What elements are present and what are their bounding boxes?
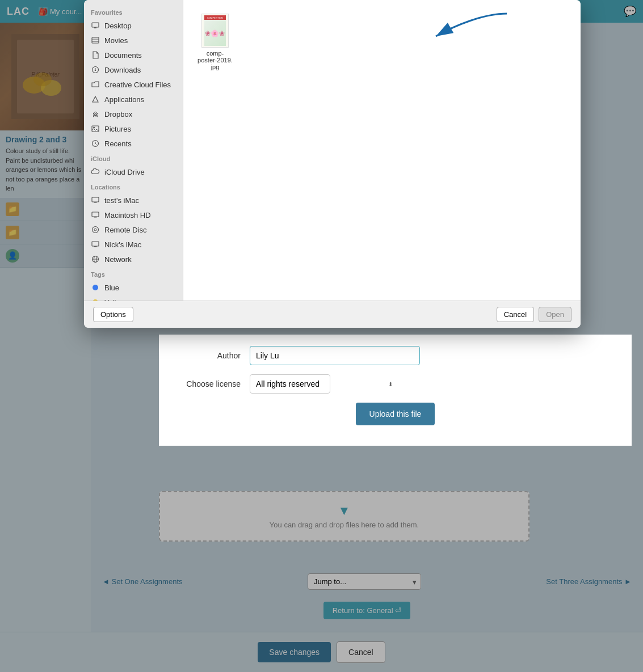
- sidebar-item-applications[interactable]: Applications: [84, 92, 183, 107]
- sidebar-label-documents: Documents: [104, 51, 142, 60]
- monitor-icon-3: [91, 240, 100, 249]
- svg-rect-15: [92, 197, 99, 202]
- file-picker-bottom-bar: Options Cancel Open: [84, 301, 581, 328]
- tags-title: Tags: [84, 267, 183, 280]
- picker-cancel-button[interactable]: Cancel: [497, 307, 534, 322]
- document-icon: [91, 50, 100, 60]
- monitor-icon-1: [91, 196, 100, 205]
- author-input[interactable]: [250, 346, 420, 365]
- sidebar-item-icloud[interactable]: iCloud Drive: [84, 164, 183, 179]
- sidebar-item-network[interactable]: Network: [84, 252, 183, 267]
- author-label: Author: [170, 351, 250, 360]
- favourites-title: Favourites: [84, 5, 183, 18]
- clock-icon: [91, 139, 100, 148]
- file-item-poster[interactable]: COMPETITION ❀🌸❀ comp-poster-2019.jpg: [192, 9, 238, 75]
- form-area: Author Choose license All rights reserve…: [159, 335, 632, 446]
- sidebar-label-macintosh-hd: Macintosh HD: [104, 211, 151, 219]
- sidebar-item-desktop[interactable]: Desktop: [84, 18, 183, 33]
- sidebar-item-pictures[interactable]: Pictures: [84, 121, 183, 136]
- svg-rect-6: [92, 23, 99, 27]
- sidebar-label-blue-tag: Blue: [104, 284, 119, 292]
- blue-tag-icon: [91, 283, 100, 292]
- sidebar-label-movies: Movies: [104, 36, 128, 45]
- file-picker-main[interactable]: COMPETITION ❀🌸❀ comp-poster-2019.jpg: [183, 0, 581, 301]
- sidebar-label-yellow-tag: Yellow: [104, 298, 125, 301]
- sidebar-item-movies[interactable]: Movies: [84, 33, 183, 48]
- file-name: comp-poster-2019.jpg: [197, 50, 233, 70]
- sidebar-label-icloud: iCloud Drive: [104, 168, 145, 176]
- download-icon: [91, 65, 100, 74]
- svg-rect-8: [92, 37, 99, 43]
- svg-point-20: [94, 229, 96, 231]
- license-label: Choose license: [170, 379, 250, 388]
- sidebar-item-documents[interactable]: Documents: [84, 48, 183, 62]
- svg-point-19: [93, 227, 99, 233]
- sidebar-label-remote-disc: Remote Disc: [104, 226, 146, 234]
- upload-button[interactable]: Upload this file: [356, 403, 435, 425]
- svg-rect-22: [94, 246, 97, 247]
- sidebar-label-pictures: Pictures: [104, 125, 131, 133]
- yellow-tag-icon: [91, 298, 100, 301]
- file-picker-body: Favourites Desktop Movies Documents: [84, 0, 581, 301]
- svg-point-13: [93, 127, 94, 128]
- poster-floral: ❀🌸❀: [204, 20, 226, 46]
- pictures-icon: [91, 124, 100, 133]
- sidebar-label-applications: Applications: [104, 95, 144, 104]
- file-picker-sidebar: Favourites Desktop Movies Documents: [84, 0, 183, 301]
- svg-rect-17: [92, 212, 99, 217]
- sidebar-label-desktop: Desktop: [104, 22, 132, 30]
- sidebar-label-creative-cloud: Creative Cloud Files: [104, 81, 171, 89]
- sidebar-label-nicks-imac: Nick's iMac: [104, 240, 141, 249]
- icloud-title: iCloud: [84, 151, 183, 164]
- file-thumbnail: COMPETITION ❀🌸❀: [201, 14, 229, 48]
- desktop-icon: [91, 21, 100, 30]
- license-select-wrapper: All rights reserved Creative Commons Pub…: [250, 374, 397, 394]
- sidebar-label-tests-imac: test's iMac: [104, 196, 139, 205]
- upload-btn-wrapper: Upload this file: [170, 403, 620, 425]
- sidebar-item-downloads[interactable]: Downloads: [84, 62, 183, 77]
- apps-icon: [91, 95, 100, 104]
- picker-action-buttons: Cancel Open: [497, 307, 571, 322]
- sidebar-item-yellow-tag[interactable]: Yellow: [84, 295, 183, 301]
- author-row: Author: [170, 346, 620, 365]
- film-icon: [91, 36, 100, 45]
- sidebar-item-dropbox[interactable]: Dropbox: [84, 107, 183, 121]
- poster-header: COMPETITION: [204, 15, 226, 20]
- dropbox-icon: [91, 109, 100, 119]
- sidebar-item-nicks-imac[interactable]: Nick's iMac: [84, 237, 183, 252]
- sidebar-item-tests-imac[interactable]: test's iMac: [84, 193, 183, 208]
- monitor-icon-2: [91, 210, 100, 219]
- picker-open-button[interactable]: Open: [539, 307, 571, 322]
- sidebar-item-macintosh-hd[interactable]: Macintosh HD: [84, 208, 183, 222]
- license-select[interactable]: All rights reserved Creative Commons Pub…: [250, 374, 330, 394]
- flower-decoration: ❀🌸❀: [205, 29, 225, 37]
- svg-rect-21: [92, 242, 99, 246]
- svg-rect-7: [94, 27, 96, 28]
- file-picker-dialog: Favourites Desktop Movies Documents: [84, 0, 581, 328]
- sidebar-item-blue-tag[interactable]: Blue: [84, 280, 183, 295]
- sidebar-item-creative-cloud[interactable]: Creative Cloud Files: [84, 77, 183, 92]
- license-row: Choose license All rights reserved Creat…: [170, 374, 620, 394]
- sidebar-label-network: Network: [104, 255, 132, 264]
- network-icon: [91, 255, 100, 264]
- svg-rect-16: [94, 202, 97, 203]
- cloud-icon: [91, 167, 100, 176]
- options-button[interactable]: Options: [93, 307, 133, 322]
- disc-icon: [91, 225, 100, 234]
- sidebar-label-dropbox: Dropbox: [104, 110, 132, 119]
- arrow-annotation: [427, 8, 512, 42]
- folder-icon: [91, 80, 100, 89]
- locations-title: Locations: [84, 179, 183, 193]
- sidebar-label-recents: Recents: [104, 140, 132, 148]
- sidebar-item-recents[interactable]: Recents: [84, 136, 183, 151]
- sidebar-item-remote-disc[interactable]: Remote Disc: [84, 222, 183, 237]
- sidebar-label-downloads: Downloads: [104, 66, 141, 74]
- svg-rect-18: [94, 217, 97, 218]
